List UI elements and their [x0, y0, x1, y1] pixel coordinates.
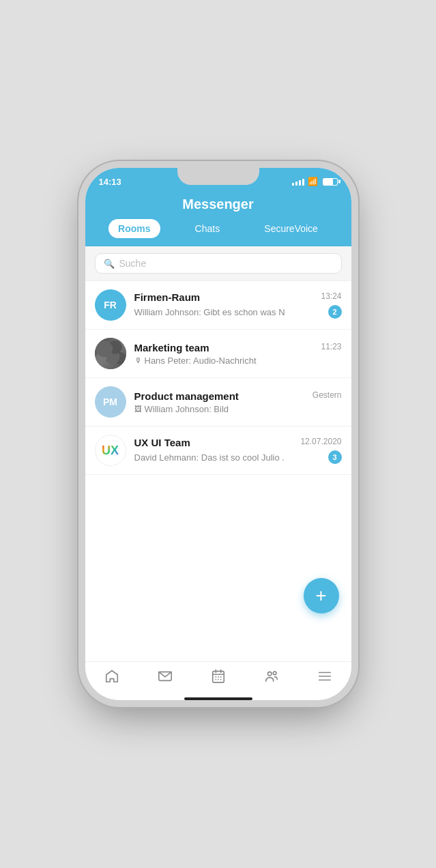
chat-preview-firmen-raum: William Johnson: Gibt es schon was Neues… — [134, 307, 285, 317]
avatar-firmen-raum: FR — [95, 289, 126, 321]
mail-icon — [158, 669, 173, 684]
tab-rooms[interactable]: Rooms — [108, 219, 160, 238]
status-time: 14:13 — [99, 177, 121, 187]
fab-add-button[interactable]: + — [304, 578, 339, 613]
nav-item-mail[interactable] — [158, 669, 173, 684]
ux-logo: UX — [102, 444, 119, 458]
home-icon — [104, 669, 119, 684]
chat-name-marketing-team: Marketing team — [134, 342, 209, 353]
phone-frame: 14:13 📶 Messenger Rooms Chats Se — [85, 168, 351, 700]
search-input[interactable]: Suche — [119, 258, 147, 269]
status-icons: 📶 — [292, 177, 338, 186]
chat-name-ux-ui-team: UX UI Team — [134, 437, 190, 448]
nav-item-calendar[interactable] — [211, 669, 226, 684]
chat-preview-product-management: 🖼 William Johnson: Bild — [134, 404, 229, 414]
search-container: 🔍 Suche — [85, 246, 351, 281]
tab-chats[interactable]: Chats — [186, 219, 230, 238]
chat-preview-marketing-team: 🎙 Hans Peter: Audio-Nachricht — [134, 356, 257, 366]
chat-item-firmen-raum[interactable]: FR Firmen-Raum 13:24 William Johnson: Gi… — [85, 281, 351, 330]
search-icon: 🔍 — [104, 259, 115, 269]
chat-time-ux-ui-team: 12.07.2020 — [300, 437, 341, 446]
signal-icon — [292, 177, 304, 186]
header: Messenger Rooms Chats SecureVoice — [85, 192, 351, 246]
bottom-nav — [85, 661, 351, 696]
badge-firmen-raum: 2 — [328, 305, 342, 319]
chat-list: FR Firmen-Raum 13:24 William Johnson: Gi… — [85, 281, 351, 661]
svg-point-11 — [267, 672, 272, 676]
avatar-marketing-team — [95, 338, 126, 369]
badge-ux-ui-team: 3 — [328, 450, 342, 464]
chat-name-firmen-raum: Firmen-Raum — [134, 291, 201, 303]
chat-item-marketing-team[interactable]: Marketing team 11:23 🎙 Hans Peter: Audio… — [85, 330, 351, 378]
contacts-icon — [264, 669, 279, 684]
nav-item-home[interactable] — [104, 669, 119, 684]
battery-icon — [323, 178, 338, 186]
chat-time-marketing-team: 11:23 — [321, 342, 341, 351]
chat-item-product-management[interactable]: PM Product management Gestern 🖼 William … — [85, 378, 351, 426]
chat-name-product-management: Product management — [134, 390, 239, 402]
image-icon: 🖼 — [134, 405, 142, 413]
chat-content-product-management: Product management Gestern 🖼 William Joh… — [134, 390, 342, 414]
svg-point-12 — [273, 671, 276, 675]
nav-item-menu[interactable] — [317, 669, 332, 684]
menu-icon — [317, 669, 332, 684]
avatar-ux-ui-team: UX — [95, 435, 126, 466]
chat-content-firmen-raum: Firmen-Raum 13:24 William Johnson: Gibt … — [134, 291, 342, 319]
chat-content-marketing-team: Marketing team 11:23 🎙 Hans Peter: Audio… — [134, 342, 342, 366]
home-indicator — [184, 697, 252, 700]
wifi-icon: 📶 — [308, 177, 318, 186]
chat-time-firmen-raum: 13:24 — [321, 291, 341, 301]
tab-securevoice[interactable]: SecureVoice — [255, 219, 328, 238]
app-title: Messenger — [96, 197, 340, 212]
tab-bar: Rooms Chats SecureVoice — [96, 219, 340, 238]
chat-preview-ux-ui-team: David Lehmann: Das ist so cool Julio ... — [134, 452, 285, 463]
calendar-icon — [211, 669, 226, 684]
notch — [177, 168, 259, 185]
chat-content-ux-ui-team: UX UI Team 12.07.2020 David Lehmann: Das… — [134, 437, 342, 464]
chat-time-product-management: Gestern — [313, 390, 342, 400]
avatar-product-management: PM — [95, 386, 126, 418]
chat-item-ux-ui-team[interactable]: UX UX UI Team 12.07.2020 David Lehmann: … — [85, 426, 351, 475]
mic-icon: 🎙 — [134, 356, 142, 364]
search-box[interactable]: 🔍 Suche — [95, 253, 342, 274]
nav-item-contacts[interactable] — [264, 669, 279, 684]
